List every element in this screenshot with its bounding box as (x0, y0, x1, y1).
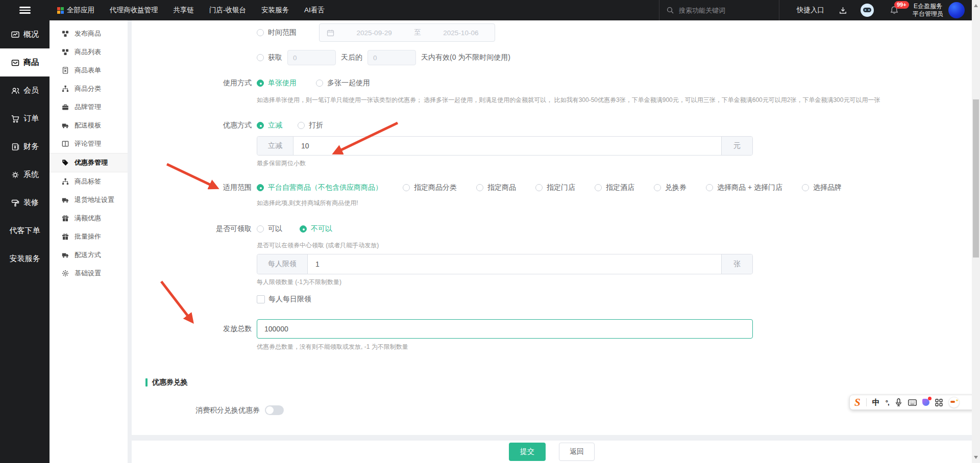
discount-hint: 最多保留两位小数 (257, 159, 972, 168)
claim-no-label[interactable]: 不可以 (311, 224, 332, 234)
menu-basic-settings[interactable]: 基础设置 (50, 264, 128, 282)
ime-language-toggle[interactable]: 中 (872, 398, 880, 407)
ime-punctuation-toggle[interactable]: °, (886, 399, 889, 406)
top-menu-agent-revenue[interactable]: 代理商收益管理 (102, 6, 166, 15)
daily-limit-checkbox[interactable] (257, 295, 265, 303)
sidebar-item-system[interactable]: 系统 (0, 161, 50, 189)
discount-percent-label[interactable]: 打折 (309, 121, 323, 130)
ai-assistant-icon[interactable] (861, 4, 874, 17)
menu-delivery-method[interactable]: 配送方式 (50, 246, 128, 264)
scope-goods-store-label[interactable]: 选择商品 + 选择门店 (717, 183, 782, 192)
top-menu-ai-tongue[interactable]: AI看舌 (297, 6, 332, 15)
claim-no-radio[interactable] (300, 225, 307, 233)
sogou-logo-icon[interactable]: S (854, 397, 861, 408)
claim-yes-label[interactable]: 可以 (268, 224, 282, 234)
sidebar-item-label: 订单 (23, 114, 39, 123)
scope-category-label[interactable]: 指定商品分类 (414, 183, 457, 192)
ime-mic-icon[interactable] (895, 398, 902, 406)
scope-goods-label[interactable]: 指定商品 (487, 183, 516, 192)
menu-batch-ops[interactable]: 批量操作 (50, 227, 128, 246)
scrollbar-up-arrow[interactable] (974, 4, 978, 7)
ime-skin-icon[interactable] (922, 399, 929, 406)
top-menu-label: 共享链 (174, 6, 194, 15)
menu-brand-manage[interactable]: 品牌管理 (50, 98, 128, 116)
discount-percent-radio[interactable] (298, 122, 305, 129)
top-menu-label: 代理商收益管理 (110, 6, 158, 15)
scope-category-radio[interactable] (403, 184, 410, 191)
submit-button[interactable]: 提交 (509, 443, 546, 461)
sidebar-item-goods[interactable]: 商品 (0, 48, 50, 76)
sidebar-item-members[interactable]: 会员 (0, 76, 50, 105)
menu-return-address[interactable]: 退货地址设置 (50, 191, 128, 209)
menu-full-discount[interactable]: 满额优惠 (50, 209, 128, 227)
per-user-limit-input[interactable] (308, 254, 721, 274)
scope-goods-radio[interactable] (476, 184, 483, 191)
top-menu-store-cashier[interactable]: 门店-收银台 (202, 6, 254, 15)
valid-days-input[interactable] (368, 50, 416, 65)
sidebar-item-label: 概况 (23, 30, 39, 39)
finance-icon (11, 142, 20, 151)
sidebar-item-decorate[interactable]: 装修 (0, 189, 50, 217)
ime-tools-grid-icon[interactable] (935, 399, 943, 406)
sidebar-item-proxy-order[interactable]: 代客下单 (0, 217, 50, 245)
daily-limit-label[interactable]: 每人每日限领 (268, 295, 311, 304)
scope-voucher-label[interactable]: 兑换券 (665, 183, 687, 192)
date-range-picker[interactable]: 2025-09-29 至 2025-10-06 (319, 23, 495, 42)
top-menu-share-chain[interactable]: 共享链 (166, 6, 202, 15)
days-after-input[interactable] (287, 50, 336, 65)
scrollbar-thumb[interactable] (973, 99, 979, 258)
scope-hotel-radio[interactable] (595, 184, 602, 191)
usage-single-label[interactable]: 单张使用 (268, 79, 297, 88)
scope-goods-store-radio[interactable] (706, 184, 713, 191)
top-menu-all-apps[interactable]: 全部应用 (50, 6, 102, 15)
usage-multi-radio[interactable] (316, 80, 323, 87)
notifications[interactable]: 99+ (889, 5, 899, 15)
scope-brand-radio[interactable] (802, 184, 809, 191)
scope-voucher-radio[interactable] (654, 184, 661, 191)
sidebar-item-label: 安装服务 (10, 254, 40, 264)
usage-single-radio[interactable] (257, 80, 264, 87)
ime-keyboard-icon[interactable] (908, 399, 917, 406)
discount-amount-input[interactable] (293, 137, 721, 155)
menu-goods-tags[interactable]: 商品标签 (50, 172, 128, 191)
hamburger-menu-icon[interactable] (0, 5, 50, 15)
menu-delivery-template[interactable]: 配送模板 (50, 116, 128, 135)
time-range-radio[interactable] (257, 29, 264, 36)
global-search[interactable] (659, 0, 779, 20)
acquire-radio[interactable] (257, 54, 264, 61)
sidebar-item-overview[interactable]: 概况 (0, 20, 50, 48)
download-icon[interactable] (839, 6, 847, 15)
menu-coupon-manage[interactable]: 优惠券管理 (50, 153, 128, 172)
points-exchange-toggle[interactable] (265, 405, 284, 415)
scrollbar-down-arrow[interactable] (974, 456, 978, 459)
scope-store-radio[interactable] (535, 184, 543, 191)
scope-store-label[interactable]: 指定门店 (547, 183, 575, 192)
menu-review-manage[interactable]: 评论管理 (50, 135, 128, 153)
menu-goods-form[interactable]: 商品表单 (50, 61, 128, 80)
usage-multi-label[interactable]: 多张一起使用 (327, 79, 370, 88)
ime-assistant-icon[interactable]: ✦ (948, 397, 960, 408)
sidebar-item-orders[interactable]: 订单 (0, 105, 50, 133)
search-input[interactable] (678, 6, 756, 15)
menu-goods-category[interactable]: 商品分类 (50, 80, 128, 98)
discount-reduce-label[interactable]: 立减 (268, 121, 282, 130)
scope-platform-label[interactable]: 平台自营商品（不包含供应商商品） (268, 183, 382, 192)
scope-hotel-label[interactable]: 指定酒店 (606, 183, 634, 192)
menu-goods-list[interactable]: 商品列表 (50, 43, 128, 61)
top-menu-install-service[interactable]: 安装服务 (254, 6, 297, 15)
total-label: 发放总数 (132, 324, 257, 333)
quick-entry-link[interactable]: 快捷入口 (797, 6, 824, 15)
sidebar-item-install-service[interactable]: 安装服务 (0, 245, 50, 273)
scope-brand-label[interactable]: 选择品牌 (813, 183, 842, 192)
sidebar-item-finance[interactable]: 财务 (0, 133, 50, 161)
avatar[interactable] (948, 2, 965, 18)
sidebar-item-label: 会员 (23, 86, 39, 95)
discount-reduce-radio[interactable] (257, 122, 264, 129)
scope-platform-radio[interactable] (257, 184, 264, 191)
total-count-input[interactable] (257, 319, 753, 339)
back-button[interactable]: 返回 (559, 443, 595, 461)
user-menu[interactable]: E企盈服务 平台管理员 (913, 3, 943, 18)
menu-label: 优惠券管理 (75, 158, 108, 167)
menu-publish-goods[interactable]: 发布商品 (50, 24, 128, 43)
claim-yes-radio[interactable] (257, 225, 264, 233)
